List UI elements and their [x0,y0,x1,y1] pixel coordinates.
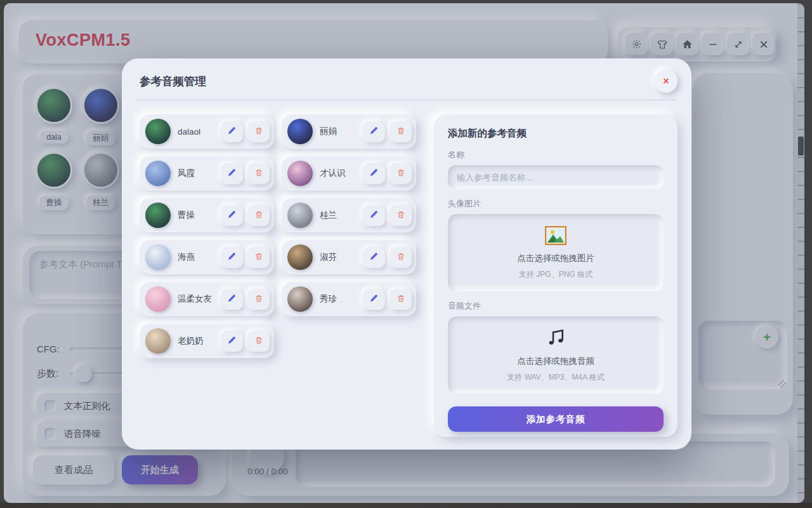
reference-item[interactable]: 丽娟 [282,114,416,149]
avatar [287,244,313,270]
reference-name-input[interactable] [448,165,664,189]
trash-icon [396,168,405,179]
pencil-icon [227,251,237,263]
edit-button[interactable] [221,205,243,226]
edit-button[interactable] [363,289,385,310]
add-reference-button[interactable]: 添加参考音频 [448,406,664,432]
image-drop-hint: 支持 JPG、PNG 格式 [519,269,593,280]
pencil-icon [369,126,379,137]
reference-name: 凤霞 [178,168,221,179]
delete-button[interactable] [390,247,412,268]
reference-item[interactable]: 秀珍 [282,282,416,316]
avatar [287,286,313,312]
avatar [287,119,313,144]
avatar [145,244,171,270]
reference-name: 老奶奶 [178,335,221,347]
delete-button[interactable] [390,121,412,142]
reference-item[interactable]: dalaol [140,114,274,149]
modal-close-button[interactable]: × [655,70,678,93]
reference-name: 淑芬 [320,251,363,263]
trash-icon [254,294,263,305]
edit-button[interactable] [221,331,243,352]
trash-icon [254,210,263,221]
pencil-icon [227,210,237,221]
reference-name: 丽娟 [320,126,363,137]
reference-name: 曹操 [178,210,221,221]
reference-item[interactable]: 老奶奶 [140,324,274,358]
delete-button[interactable] [247,163,270,184]
pencil-icon [369,168,379,179]
edit-button[interactable] [221,163,243,184]
delete-button[interactable] [247,247,270,268]
delete-button[interactable] [390,289,412,310]
reference-item[interactable]: 桂兰 [282,198,416,232]
delete-button[interactable] [390,205,412,226]
trash-icon [254,168,263,179]
add-panel-heading: 添加新的参考音频 [448,127,664,140]
pencil-icon [227,293,237,305]
avatar [287,203,313,228]
edit-button[interactable] [363,205,385,226]
modal-title: 参考音频管理 [140,74,206,89]
avatar [145,203,171,228]
trash-icon [396,126,405,137]
edit-button[interactable] [363,121,385,142]
reference-name: 才认识 [320,168,363,179]
delete-button[interactable] [247,121,270,142]
delete-button[interactable] [390,163,412,184]
trash-icon [396,252,405,263]
reference-item[interactable]: 凤霞 [140,156,274,190]
reference-item[interactable]: 曹操 [140,198,274,232]
delete-button[interactable] [247,331,270,352]
name-label: 名称 [448,149,664,161]
music-note-icon [546,328,566,351]
reference-item[interactable]: 海燕 [140,240,274,274]
reference-name: 海燕 [178,251,221,263]
reference-name: 桂兰 [320,210,363,221]
divider [137,100,676,100]
edit-button[interactable] [363,247,385,268]
picture-icon [545,226,566,248]
pencil-icon [369,293,379,305]
avatar [287,161,313,186]
trash-icon [254,126,263,137]
add-reference-panel: 添加新的参考音频 名称 头像图片 点击选择或拖拽图片 支持 JPG、PNG 格式 [434,114,678,437]
pencil-icon [227,335,237,347]
audio-label: 音频文件 [448,300,664,312]
reference-name: 温柔女友 [178,293,221,305]
pencil-icon [227,126,237,137]
edit-button[interactable] [221,121,243,142]
close-icon: × [663,76,669,87]
pencil-icon [227,168,237,179]
reference-name: dalaol [178,127,221,137]
trash-icon [396,294,405,305]
pencil-icon [369,251,379,263]
avatar [145,328,171,354]
avatar [145,286,171,312]
reference-item[interactable]: 淑芬 [282,240,416,274]
reference-item[interactable]: 温柔女友 [140,282,274,316]
avatar [145,161,171,186]
image-drop-title: 点击选择或拖拽图片 [517,253,594,264]
delete-button[interactable] [247,205,270,226]
audio-drop-hint: 支持 WAV、MP3、M4A 格式 [507,372,604,383]
audio-dropzone[interactable]: 点击选择或拖拽音频 支持 WAV、MP3、M4A 格式 [448,316,664,394]
edit-button[interactable] [363,163,385,184]
avatar [145,119,171,144]
reference-list: dalaol [140,114,416,436]
reference-item[interactable]: 才认识 [282,156,416,190]
reference-name: 秀珍 [320,293,363,305]
trash-icon [254,336,263,347]
image-dropzone[interactable]: 点击选择或拖拽图片 支持 JPG、PNG 格式 [448,214,664,291]
edit-button[interactable] [221,289,243,310]
audio-drop-title: 点击选择或拖拽音频 [517,356,594,367]
reference-audio-modal: 参考音频管理 × dalaol [122,58,691,450]
image-label: 头像图片 [448,198,664,210]
trash-icon [254,252,263,263]
trash-icon [396,210,405,221]
pencil-icon [369,210,379,221]
delete-button[interactable] [247,289,270,310]
edit-button[interactable] [221,247,243,268]
